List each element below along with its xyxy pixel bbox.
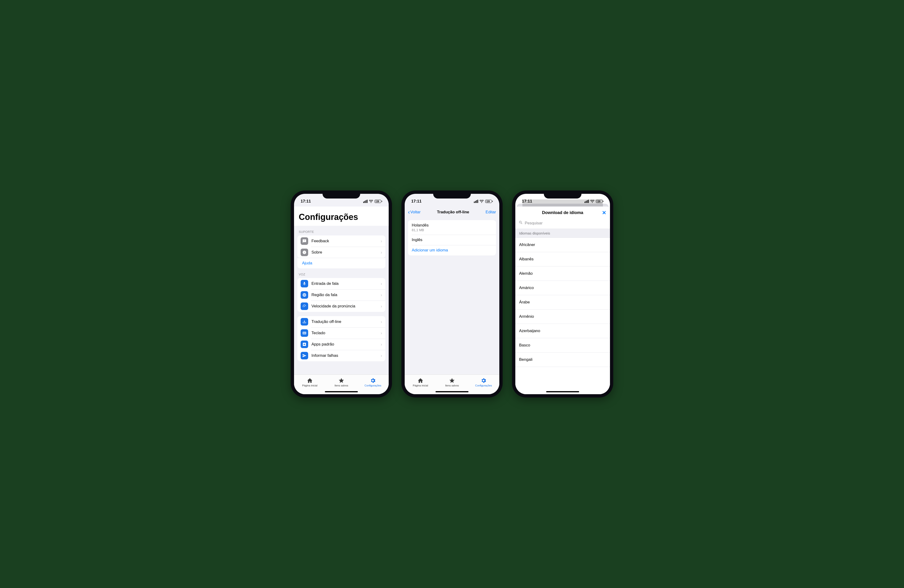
row-label: Região da fala: [311, 293, 378, 297]
lang-row-ingles[interactable]: Inglês: [408, 235, 496, 245]
signal-icon: [474, 200, 478, 203]
row-entrada-fala[interactable]: Entrada de fala ›: [297, 278, 386, 289]
close-icon[interactable]: ✕: [602, 210, 606, 216]
row-regiao-fala[interactable]: Região da fala ›: [297, 289, 386, 301]
row-feedback[interactable]: Feedback ›: [297, 235, 386, 247]
download-icon: [300, 318, 308, 326]
list-item[interactable]: Africâner: [515, 238, 610, 252]
page-title: Configurações: [294, 207, 389, 226]
globe-icon: [300, 291, 308, 299]
nav-bar: ‹ Voltar Tradução off-line Editar: [405, 207, 499, 218]
feedback-icon: [300, 237, 308, 245]
chevron-right-icon: ›: [381, 353, 382, 358]
nav-back-button[interactable]: ‹ Voltar: [408, 209, 420, 216]
status-time: 17:11: [522, 199, 532, 204]
row-label: Sobre: [311, 250, 378, 255]
status-time: 17:11: [411, 199, 421, 204]
chevron-right-icon: ›: [381, 319, 382, 324]
add-language-link[interactable]: Adicionar um idioma: [408, 245, 496, 255]
wifi-icon: [590, 200, 594, 203]
chevron-right-icon: ›: [381, 239, 382, 244]
tab-saved[interactable]: Itens salvos: [436, 375, 468, 389]
home-indicator[interactable]: [436, 391, 468, 392]
link-ajuda[interactable]: Ajuda: [297, 258, 386, 268]
status-time: 17:11: [300, 199, 311, 204]
sheet-title: Download de idioma ✕: [515, 207, 610, 219]
group-suporte: Feedback › Sobre ›: [297, 235, 386, 258]
row-apps-padrao[interactable]: Apps padrão ›: [297, 339, 386, 350]
chevron-left-icon: ‹: [408, 209, 410, 216]
list-item[interactable]: Azerbaijano: [515, 324, 610, 338]
phone-frame-3: 17:11 28 Download de idioma ✕ Pesquisar …: [512, 191, 613, 397]
send-icon: [300, 352, 308, 359]
tab-settings[interactable]: Configurações: [468, 375, 499, 389]
group-voz: Entrada de fala › Região da fala › Veloc…: [297, 278, 386, 312]
row-label: Feedback: [311, 239, 378, 243]
row-label: Apps padrão: [311, 342, 378, 347]
chevron-right-icon: ›: [381, 250, 382, 255]
chevron-right-icon: ›: [381, 331, 382, 336]
row-sobre[interactable]: Sobre ›: [297, 247, 386, 258]
signal-icon: [585, 200, 589, 203]
search-icon: [518, 221, 523, 226]
search-placeholder: Pesquisar: [525, 221, 543, 225]
battery-icon: 28: [596, 200, 604, 203]
list-item[interactable]: Basco: [515, 338, 610, 353]
row-traducao-offline[interactable]: Tradução off-line ›: [297, 316, 386, 327]
row-label: Velocidade da pronúncia: [311, 304, 378, 309]
nav-title: Tradução off-line: [437, 210, 469, 214]
speed-icon: [300, 303, 308, 310]
mic-icon: [300, 280, 308, 287]
list-item[interactable]: Armênio: [515, 309, 610, 324]
signal-icon: [363, 200, 367, 203]
tab-home[interactable]: Página inicial: [294, 375, 326, 389]
battery-icon: 28: [485, 200, 493, 203]
row-label: Teclado: [311, 331, 378, 336]
chevron-right-icon: ›: [381, 304, 382, 309]
notch: [433, 191, 471, 199]
group-geral: Tradução off-line › Teclado › Apps padrã…: [297, 316, 386, 361]
phone-frame-1: 17:11 28 Configurações SUPORTE Feedback …: [291, 191, 392, 397]
notch: [322, 191, 360, 199]
list-item[interactable]: Amárico: [515, 281, 610, 295]
notch: [544, 191, 582, 199]
row-informar-falhas[interactable]: Informar falhas ›: [297, 350, 386, 361]
section-voz-header: VOZ: [294, 268, 389, 278]
row-label: Tradução off-line: [311, 319, 378, 324]
list-item[interactable]: Albanês: [515, 252, 610, 266]
nav-edit-button[interactable]: Editar: [486, 210, 496, 214]
tab-home[interactable]: Página inicial: [405, 375, 436, 389]
phone-frame-2: 17:11 28 ‹ Voltar Tradução off-line Edit…: [401, 191, 503, 397]
row-label: Informar falhas: [311, 353, 378, 358]
home-indicator[interactable]: [325, 391, 358, 392]
offline-langs-group: Holandês 81,1 MB Inglês Adicionar um idi…: [408, 220, 496, 255]
info-icon: [300, 249, 308, 256]
row-label: Entrada de fala: [311, 281, 378, 286]
list-item[interactable]: Árabe: [515, 295, 610, 309]
lang-row-holandes[interactable]: Holandês 81,1 MB: [408, 220, 496, 235]
available-languages-header: Idiomas disponíveis: [515, 229, 610, 238]
home-indicator[interactable]: [546, 391, 579, 392]
keyboard-icon: [300, 329, 308, 337]
chevron-right-icon: ›: [381, 342, 382, 347]
available-languages-list[interactable]: Africâner Albanês Alemão Amárico Árabe A…: [515, 238, 610, 394]
row-teclado[interactable]: Teclado ›: [297, 327, 386, 339]
list-item[interactable]: Bengali: [515, 353, 610, 367]
row-velocidade[interactable]: Velocidade da pronúncia ›: [297, 301, 386, 312]
chevron-right-icon: ›: [381, 293, 382, 298]
tab-settings[interactable]: Configurações: [357, 375, 389, 389]
search-input[interactable]: Pesquisar: [515, 219, 610, 229]
chevron-right-icon: ›: [381, 281, 382, 286]
battery-icon: 28: [375, 200, 382, 203]
wifi-icon: [480, 200, 484, 203]
download-language-sheet: Download de idioma ✕ Pesquisar Idiomas d…: [515, 207, 610, 394]
wifi-icon: [369, 200, 373, 203]
list-item[interactable]: Alemão: [515, 266, 610, 281]
section-suporte-header: SUPORTE: [294, 226, 389, 235]
arrow-out-icon: [300, 341, 308, 348]
tab-saved[interactable]: Itens salvos: [326, 375, 357, 389]
